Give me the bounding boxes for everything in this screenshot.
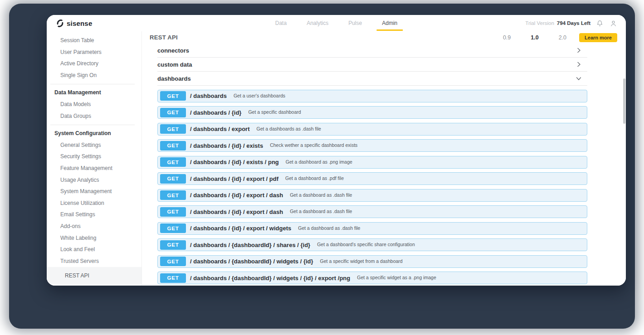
endpoint-description: Get a user's dashboards: [234, 93, 285, 98]
endpoint-path: / dashboards / {id}: [190, 109, 241, 116]
notifications-bell-icon[interactable]: [595, 19, 604, 28]
endpoint-path: / dashboards / {dashboardId} / shares / …: [190, 242, 310, 248]
top-bar: sisense Data Analytics Pulse Admin Trial…: [47, 15, 626, 31]
api-section-label: custom data: [157, 61, 192, 68]
page-title: REST API: [142, 34, 178, 41]
api-section-row[interactable]: dashboards: [157, 72, 587, 86]
http-method-badge: GET: [160, 223, 186, 233]
learn-more-button[interactable]: Learn more: [579, 33, 617, 42]
brand-logo[interactable]: sisense: [56, 15, 92, 31]
sidebar-item[interactable]: License Utilization: [47, 198, 141, 209]
api-endpoint-row[interactable]: GET / dashboards / export Get a dashboar…: [157, 123, 587, 136]
api-endpoint-row[interactable]: GET / dashboards / {id} / export / dash …: [157, 205, 587, 218]
endpoint-path: / dashboards / {id} / exists / png: [190, 159, 279, 165]
http-method-badge: GET: [160, 108, 186, 117]
endpoint-path: / dashboards / export: [190, 126, 249, 132]
http-method-badge: GET: [160, 240, 186, 250]
sidebar-item[interactable]: Security Settings: [47, 151, 141, 163]
api-endpoint-row[interactable]: GET / dashboards / {dashboardId} / widge…: [157, 272, 587, 284]
scrollbar-thumb[interactable]: [623, 78, 625, 124]
chevron-right-icon: [576, 61, 582, 68]
endpoint-description: Get a dashboard as .dash file: [298, 225, 360, 231]
sidebar-item[interactable]: Session Table: [47, 35, 141, 47]
http-method-badge: GET: [160, 190, 186, 200]
api-endpoint-row[interactable]: GET / dashboards Get a user's dashboards: [157, 90, 587, 102]
endpoint-description: Get a specific widget as a .png image: [357, 275, 436, 280]
endpoint-path: / dashboards: [190, 92, 227, 99]
api-content: connectors custom data dashboards GET / …: [142, 44, 626, 286]
chevron-right-icon: [576, 47, 582, 53]
sidebar-item[interactable]: Active Directory: [47, 58, 141, 70]
api-endpoint-row[interactable]: GET / dashboards / {id} / exists Check w…: [157, 139, 587, 152]
sidebar-group-header: System Configuration: [47, 128, 141, 140]
sidebar-item[interactable]: Email Settings: [47, 209, 141, 221]
api-endpoint-row[interactable]: GET / dashboards / {id} / exists / png G…: [157, 156, 587, 169]
user-account-icon[interactable]: [609, 19, 618, 28]
http-method-badge: GET: [160, 91, 186, 101]
endpoint-description: Get a dashboard as .dash file: [290, 192, 352, 198]
endpoint-description: Get a dashboard as .png image: [286, 159, 352, 165]
sidebar-item[interactable]: Usage Analytics: [47, 175, 141, 186]
endpoint-path: / dashboards / {id} / export / dash: [190, 209, 283, 215]
endpoint-path: / dashboards / {id} / export / pdf: [190, 175, 278, 182]
sidebar-item-rest-api[interactable]: REST API: [47, 267, 141, 284]
api-endpoint-row[interactable]: GET / dashboards / {dashboardId} / share…: [157, 238, 587, 251]
http-method-badge: GET: [160, 174, 186, 184]
topnav-item[interactable]: Pulse: [347, 20, 363, 26]
endpoint-description: Check wether a specific dashboard exists: [270, 142, 357, 148]
sidebar-item[interactable]: General Settings: [47, 140, 141, 151]
topnav-item[interactable]: Admin: [381, 20, 398, 26]
endpoint-path: / dashboards / {dashboardId} / widgets /…: [190, 258, 313, 265]
http-method-badge: GET: [160, 207, 186, 217]
chevron-down-icon: [576, 75, 582, 82]
endpoint-description: Get a dashboard as .dash file: [290, 209, 352, 214]
api-endpoint-row[interactable]: GET / dashboards / {id} / export / widge…: [157, 222, 587, 235]
top-nav: Data Analytics Pulse Admin: [274, 15, 398, 31]
endpoint-description: Get a specific dashboard: [248, 109, 301, 115]
sidebar-item[interactable]: Data Models: [47, 99, 141, 111]
http-method-badge: GET: [160, 257, 186, 266]
sidebar-divider: [50, 125, 135, 125]
api-endpoint-row[interactable]: GET / dashboards / {id} Get a specific d…: [157, 106, 587, 119]
trial-version-label: Trial Version: [525, 20, 554, 26]
endpoint-path: / dashboards / {id} / export / widgets: [190, 225, 291, 232]
sidebar-item[interactable]: Feature Management: [47, 163, 141, 175]
sidebar-item[interactable]: Trusted Servers: [47, 256, 141, 267]
sidebar-item[interactable]: Look and Feel: [47, 244, 141, 256]
api-endpoint-row[interactable]: GET / dashboards / {dashboardId} / widge…: [157, 255, 587, 268]
sidebar-item[interactable]: User Parameters: [47, 47, 141, 58]
sidebar-item[interactable]: Add-ons: [47, 221, 141, 233]
http-method-badge: GET: [160, 124, 186, 134]
sidebar-item[interactable]: Single Sign On: [47, 70, 141, 82]
sidebar-item[interactable]: White Labeling: [47, 233, 141, 244]
http-method-badge: GET: [160, 157, 186, 167]
api-endpoint-list: GET / dashboards Get a user's dashboards…: [157, 90, 587, 285]
api-section-row[interactable]: connectors: [157, 44, 587, 58]
page-header: REST API 0.9 1.0 2.0 Learn more: [142, 31, 626, 44]
version-tab[interactable]: 2.0: [559, 34, 566, 41]
topnav-item[interactable]: Data: [274, 20, 288, 26]
endpoint-path: / dashboards / {id} / exists: [190, 142, 263, 149]
sidebar: Session TableUser ParametersActive Direc…: [47, 31, 142, 286]
sidebar-item[interactable]: System Management: [47, 186, 141, 198]
http-method-badge: GET: [160, 273, 186, 283]
brand-name: sisense: [67, 19, 92, 27]
sidebar-divider: [50, 84, 135, 84]
sidebar-group-header: Data Management: [47, 87, 141, 99]
version-tab[interactable]: 1.0: [531, 34, 538, 41]
endpoint-description: Get a dashboard as .pdf file: [285, 175, 344, 181]
sisense-logo-icon: [56, 19, 64, 28]
endpoint-description: Get a dashboard's specific share configu…: [317, 242, 415, 247]
api-endpoint-row[interactable]: GET / dashboards / {id} / export / dash …: [157, 189, 587, 202]
endpoint-path: / dashboards / {id} / export / dash: [190, 192, 283, 199]
endpoint-description: Get a specific widget from a dashboard: [320, 258, 403, 264]
api-section-list: connectors custom data dashboards: [157, 44, 587, 86]
api-endpoint-row[interactable]: GET / dashboards / {id} / export / pdf G…: [157, 172, 587, 185]
sidebar-item[interactable]: Data Groups: [47, 111, 141, 122]
version-tab[interactable]: 0.9: [503, 34, 511, 41]
topnav-item[interactable]: Analytics: [306, 20, 329, 26]
api-section-row[interactable]: custom data: [157, 58, 587, 72]
endpoint-description: Get a dashboards as .dash file: [256, 126, 321, 131]
trial-days-left: 794 Days Left: [557, 20, 590, 26]
api-section-label: connectors: [157, 47, 189, 54]
